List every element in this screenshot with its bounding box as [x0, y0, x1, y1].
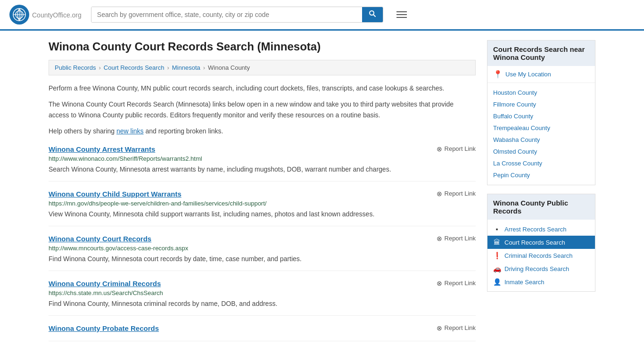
sidebar-record-link-item[interactable]: 🏛Court Records Search: [487, 236, 595, 249]
sidebar-record-link-item[interactable]: 🚗Driving Records Search: [487, 262, 595, 275]
breadcrumb: Public Records › Court Records Search › …: [49, 60, 476, 75]
report-label: Report Link: [445, 235, 476, 242]
page-title: Winona County Court Records Search (Minn…: [49, 40, 476, 53]
record-header: Winona County Criminal Records⊗Report Li…: [49, 280, 476, 288]
breadcrumb-public-records[interactable]: Public Records: [55, 64, 96, 71]
nearby-county-link[interactable]: Trempealeau County: [493, 124, 550, 132]
record-item: Winona County Child Support Warrants⊗Rep…: [49, 190, 476, 226]
sidebar-nearby-county: Trempealeau County: [487, 122, 595, 134]
report-icon: ⊗: [437, 145, 442, 153]
logo-text: CountyOffice.org: [32, 10, 82, 20]
report-icon: ⊗: [437, 280, 442, 287]
menu-button[interactable]: [393, 9, 411, 20]
search-button[interactable]: [362, 7, 383, 22]
breadcrumb-court-records[interactable]: Court Records Search: [104, 64, 165, 71]
public-records-links-list: ▪Arrest Records Search🏛Court Records Sea…: [487, 220, 595, 291]
breadcrumb-sep: ›: [203, 64, 205, 71]
search-input[interactable]: [91, 7, 362, 22]
use-my-location[interactable]: 📍 Use My Location: [487, 66, 595, 83]
report-link-button[interactable]: ⊗Report Link: [437, 235, 476, 242]
sidebar-record-link-item[interactable]: ▪Arrest Records Search: [487, 222, 595, 236]
record-title-link[interactable]: Winona County Criminal Records: [49, 280, 161, 288]
record-description: Find Winona County, Minnesota criminal r…: [49, 299, 476, 309]
record-type-icon: ▪: [493, 225, 501, 233]
nearby-section-title: Court Records Search near Winona County: [487, 41, 595, 66]
report-link-button[interactable]: ⊗Report Link: [437, 145, 476, 153]
sidebar-nearby-county: Pepin County: [487, 169, 595, 181]
record-url[interactable]: http://www.mncourts.gov/access-case-reco…: [49, 245, 476, 252]
menu-icon-line: [396, 17, 407, 18]
breadcrumb-minnesota[interactable]: Minnesota: [172, 64, 200, 71]
nearby-county-link[interactable]: La Crosse County: [493, 160, 542, 167]
report-icon: ⊗: [437, 190, 442, 197]
record-item: Winona County Arrest Warrants⊗Report Lin…: [49, 145, 476, 181]
report-label: Report Link: [445, 190, 476, 197]
nearby-county-link[interactable]: Houston County: [493, 89, 537, 96]
logo-icon: [9, 5, 29, 25]
sidebar-record-link-item[interactable]: 👤Inmate Search: [487, 275, 595, 288]
report-link-button[interactable]: ⊗Report Link: [437, 324, 476, 332]
record-type-icon: 🏛: [493, 239, 501, 246]
record-type-icon: 🚗: [493, 265, 501, 272]
report-link-button[interactable]: ⊗Report Link: [437, 280, 476, 287]
public-records-section-title: Winona County Public Records: [487, 194, 595, 220]
report-icon: ⊗: [437, 235, 442, 242]
record-title-link[interactable]: Winona County Child Support Warrants: [49, 190, 182, 198]
sidebar: Court Records Search near Winona County …: [487, 40, 595, 341]
sidebar-record-link-item[interactable]: ❗Criminal Records Search: [487, 249, 595, 262]
public-records-section: Winona County Public Records ▪Arrest Rec…: [487, 194, 595, 292]
report-label: Report Link: [445, 324, 476, 331]
record-item: Winona County Court Records⊗Report Linkh…: [49, 235, 476, 271]
record-title-link[interactable]: Winona County Court Records: [49, 235, 151, 243]
record-header: Winona County Child Support Warrants⊗Rep…: [49, 190, 476, 198]
sidebar-nearby-county: Wabasha County: [487, 134, 595, 146]
sidebar-nearby-county: Olmsted County: [487, 146, 595, 157]
logo[interactable]: CountyOffice.org: [9, 5, 82, 25]
record-description: View Winona County, Minnesota child supp…: [49, 209, 476, 219]
report-icon: ⊗: [437, 324, 442, 332]
header: CountyOffice.org: [0, 0, 644, 31]
record-type-link[interactable]: Arrest Records Search: [504, 226, 567, 233]
description-3: Help others by sharing new links and rep…: [49, 126, 476, 136]
logo-name: CountyOffice: [32, 11, 70, 19]
record-type-link[interactable]: Criminal Records Search: [504, 252, 573, 259]
report-label: Report Link: [445, 145, 476, 152]
sidebar-nearby-county: Fillmore County: [487, 99, 595, 110]
record-type-icon: ❗: [493, 252, 501, 259]
sidebar-nearby-county: Houston County: [487, 87, 595, 99]
record-header: Winona County Arrest Warrants⊗Report Lin…: [49, 145, 476, 153]
nearby-county-link[interactable]: Wabasha County: [493, 136, 540, 143]
description-1: Perform a free Winona County, MN public …: [49, 83, 476, 93]
record-title-link[interactable]: Winona County Arrest Warrants: [49, 145, 155, 153]
report-link-button[interactable]: ⊗Report Link: [437, 190, 476, 197]
location-dot-icon: 📍: [493, 70, 503, 79]
nearby-counties-list: Houston CountyFillmore CountyBuffalo Cou…: [487, 83, 595, 185]
nearby-section: Court Records Search near Winona County …: [487, 40, 595, 185]
record-type-link[interactable]: Driving Records Search: [504, 265, 569, 272]
record-description: Find Winona County, Minnesota court reco…: [49, 254, 476, 264]
breadcrumb-sep: ›: [99, 64, 100, 71]
nearby-county-link[interactable]: Buffalo County: [493, 113, 533, 120]
record-header: Winona County Probate Records⊗Report Lin…: [49, 324, 476, 332]
record-header: Winona County Court Records⊗Report Link: [49, 235, 476, 243]
record-type-link[interactable]: Court Records Search: [504, 239, 565, 246]
nearby-county-link[interactable]: Fillmore County: [493, 101, 536, 108]
use-location-label: Use My Location: [505, 71, 551, 78]
record-url[interactable]: https://mn.gov/dhs/people-we-serve/child…: [49, 200, 476, 207]
record-item: Winona County Probate Records⊗Report Lin…: [49, 324, 476, 341]
record-url[interactable]: https://chs.state.mn.us/Search/ChsSearch: [49, 289, 476, 296]
records-list: Winona County Arrest Warrants⊗Report Lin…: [49, 145, 476, 341]
new-links-link[interactable]: new links: [116, 127, 144, 135]
sidebar-nearby-county: Buffalo County: [487, 110, 595, 122]
nearby-county-link[interactable]: Pepin County: [493, 172, 530, 179]
menu-icon-line: [396, 11, 407, 12]
record-title-link[interactable]: Winona County Probate Records: [49, 324, 159, 332]
record-url[interactable]: http://www.winonaco.com/Sheriff/Reports/…: [49, 155, 476, 162]
content-area: Winona County Court Records Search (Minn…: [49, 40, 476, 341]
desc3-prefix: Help others by sharing: [49, 127, 116, 135]
desc3-suffix: and reporting broken links.: [144, 127, 223, 135]
nearby-county-link[interactable]: Olmsted County: [493, 148, 537, 155]
record-type-link[interactable]: Inmate Search: [504, 279, 545, 286]
report-label: Report Link: [445, 280, 476, 287]
record-item: Winona County Criminal Records⊗Report Li…: [49, 280, 476, 316]
